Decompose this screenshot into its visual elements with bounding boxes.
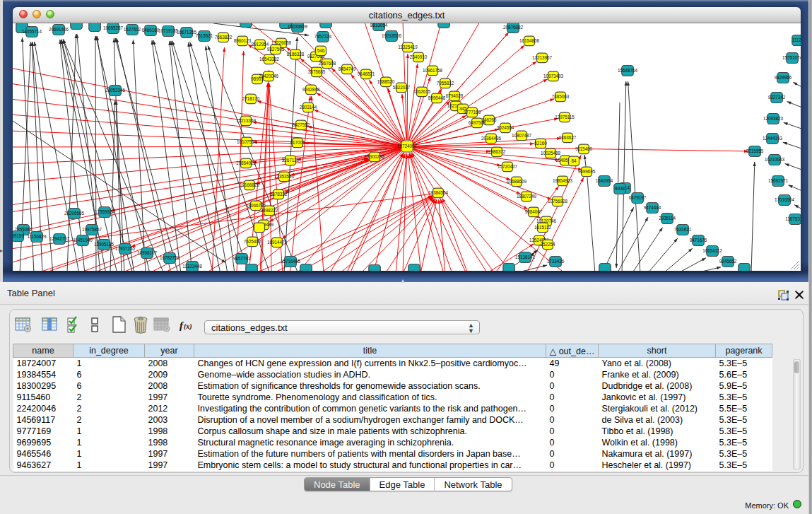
svg-text:20691406: 20691406 (49, 27, 69, 32)
svg-text:11675317: 11675317 (785, 216, 801, 221)
svg-text:20364436: 20364436 (481, 136, 502, 141)
svg-text:16914479: 16914479 (267, 240, 288, 245)
svg-text:11451940: 11451940 (73, 238, 93, 243)
svg-text:12093823: 12093823 (763, 116, 784, 121)
svg-text:19046786: 19046786 (246, 203, 266, 208)
svg-text:6497508: 6497508 (469, 120, 486, 125)
svg-text:19166829: 19166829 (240, 182, 260, 187)
svg-text:5322037: 5322037 (393, 85, 411, 90)
svg-text:7986372: 7986372 (488, 149, 506, 154)
svg-text:16154808: 16154808 (519, 38, 540, 43)
svg-text:9327505: 9327505 (267, 47, 285, 52)
svg-text:1615112: 1615112 (534, 225, 552, 230)
svg-text:10655287: 10655287 (103, 25, 124, 30)
svg-text:11123: 11123 (792, 37, 801, 42)
svg-text:10654112: 10654112 (702, 248, 722, 253)
svg-text:1588520: 1588520 (377, 79, 395, 84)
svg-text:10025488: 10025488 (541, 151, 561, 156)
svg-text:1527602: 1527602 (124, 27, 141, 32)
svg-text:7663822: 7663822 (215, 35, 233, 40)
svg-text:9146821: 9146821 (358, 71, 375, 76)
svg-text:9084067: 9084067 (525, 209, 543, 214)
svg-text:7955812: 7955812 (437, 81, 454, 86)
svg-text:9245652: 9245652 (719, 259, 737, 264)
svg-text:11325419: 11325419 (398, 45, 418, 49)
svg-text:9227342: 9227342 (768, 95, 786, 100)
svg-text:15648764: 15648764 (618, 68, 638, 73)
svg-text:19975857: 19975857 (82, 227, 102, 232)
svg-text:12213967: 12213967 (532, 55, 553, 60)
svg-text:19854923: 19854923 (236, 160, 257, 165)
svg-text:8454749: 8454749 (339, 66, 356, 71)
svg-text:2340910: 2340910 (410, 54, 428, 59)
svg-text:10958107: 10958107 (137, 250, 158, 255)
svg-text:10756928: 10756928 (548, 199, 568, 204)
svg-text:6479197: 6479197 (629, 195, 647, 200)
svg-text:3875685: 3875685 (308, 69, 326, 74)
svg-text:19384554: 19384554 (428, 190, 449, 195)
svg-text:9463627: 9463627 (559, 135, 577, 140)
svg-text:3498222: 3498222 (261, 208, 278, 213)
svg-text:9857791: 9857791 (233, 256, 251, 261)
svg-text:15720407: 15720407 (498, 164, 518, 169)
svg-text:12905135: 12905135 (94, 242, 114, 247)
svg-text:8215955: 8215955 (746, 148, 764, 153)
svg-text:18807249: 18807249 (517, 194, 537, 199)
svg-text:15716485: 15716485 (281, 259, 301, 264)
svg-text:7357224: 7357224 (314, 34, 332, 39)
svg-text:2718170: 2718170 (242, 96, 260, 101)
svg-text:14055714: 14055714 (22, 29, 42, 34)
svg-text:7632621: 7632621 (674, 227, 692, 232)
svg-text:20053346: 20053346 (105, 88, 126, 93)
svg-text:15136141: 15136141 (515, 255, 536, 259)
svg-text:10210643: 10210643 (765, 157, 785, 162)
svg-text:18300295: 18300295 (365, 154, 385, 159)
svg-text:9474444: 9474444 (644, 205, 661, 210)
svg-text:7625402: 7625402 (244, 239, 261, 244)
svg-text:19218506: 19218506 (382, 33, 402, 38)
svg-text:9329966: 9329966 (775, 75, 792, 80)
svg-text:1733426: 1733426 (547, 259, 565, 264)
svg-text:17016504: 17016504 (775, 197, 795, 202)
svg-text:12444193: 12444193 (763, 136, 783, 141)
svg-text:2803144: 2803144 (300, 105, 317, 110)
svg-text:8186328: 8186328 (287, 52, 305, 57)
svg-text:11323448: 11323448 (182, 264, 202, 269)
svg-text:12942757: 12942757 (49, 236, 70, 241)
svg-text:23420046: 23420046 (259, 74, 279, 78)
svg-text:17957255: 17957255 (115, 246, 136, 251)
svg-text:8878332: 8878332 (270, 192, 288, 197)
svg-text:8427552: 8427552 (293, 122, 310, 127)
svg-text:(x): (x) (184, 322, 192, 331)
svg-text:10961758: 10961758 (423, 68, 443, 73)
svg-text:9777169: 9777169 (464, 110, 481, 115)
svg-text:8990448: 8990448 (428, 95, 446, 100)
svg-text:20876882: 20876882 (503, 25, 524, 30)
svg-text:16107554: 16107554 (237, 139, 257, 144)
svg-text:1640954: 1640954 (596, 178, 613, 183)
svg-text:12213369: 12213369 (236, 118, 257, 123)
svg-text:12353594: 12353594 (274, 174, 295, 179)
svg-text:10688609: 10688609 (507, 179, 527, 184)
svg-text:10973493: 10973493 (543, 74, 564, 78)
svg-text:39159: 39159 (13, 233, 24, 238)
svg-text:12975115: 12975115 (555, 115, 575, 119)
svg-text:19854923: 19854923 (553, 178, 573, 183)
svg-text:17359924: 17359924 (95, 209, 115, 214)
svg-text:252254: 252254 (540, 242, 555, 247)
svg-text:7515521: 7515521 (196, 33, 213, 38)
svg-text:2867608: 2867608 (319, 61, 336, 66)
svg-text:18724007: 18724007 (397, 144, 418, 148)
svg-text:15692971: 15692971 (768, 178, 789, 183)
svg-text:9115460: 9115460 (575, 146, 593, 151)
svg-text:8471676: 8471676 (690, 238, 707, 243)
svg-text:62160: 62160 (534, 141, 547, 146)
svg-text:2935114: 2935114 (659, 216, 676, 221)
svg-text:3267130: 3267130 (282, 158, 300, 163)
svg-text:417006: 417006 (290, 140, 305, 145)
svg-text:15751074: 15751074 (782, 55, 801, 60)
svg-text:16033809: 16033809 (288, 24, 308, 29)
svg-text:10807487: 10807487 (512, 133, 532, 138)
svg-text:20206565: 20206565 (64, 211, 85, 216)
svg-text:8912954: 8912954 (252, 42, 269, 47)
